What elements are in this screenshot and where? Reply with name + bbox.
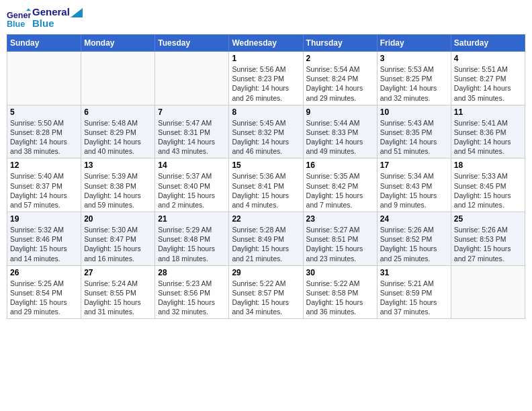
calendar-cell: 3Sunrise: 5:53 AMSunset: 8:25 PMDaylight… <box>377 52 451 105</box>
calendar-cell: 17Sunrise: 5:34 AMSunset: 8:43 PMDayligh… <box>377 158 451 212</box>
calendar-cell: 5Sunrise: 5:50 AMSunset: 8:28 PMDaylight… <box>7 105 81 158</box>
calendar-header-friday: Friday <box>377 35 451 52</box>
day-number: 21 <box>158 214 226 224</box>
day-info: Sunrise: 5:29 AMSunset: 8:48 PMDaylight:… <box>158 225 226 263</box>
calendar-week-row: 19Sunrise: 5:32 AMSunset: 8:46 PMDayligh… <box>7 212 525 266</box>
calendar-week-row: 26Sunrise: 5:25 AMSunset: 8:54 PMDayligh… <box>7 265 525 319</box>
day-number: 23 <box>306 214 374 224</box>
day-info: Sunrise: 5:54 AMSunset: 8:24 PMDaylight:… <box>306 64 374 103</box>
day-number: 6 <box>84 107 152 117</box>
logo-general: General <box>32 7 83 18</box>
calendar-cell <box>155 52 229 105</box>
calendar-cell: 14Sunrise: 5:37 AMSunset: 8:40 PMDayligh… <box>155 158 229 212</box>
logo: General Blue General Blue <box>7 7 83 29</box>
day-number: 11 <box>454 107 522 117</box>
day-number: 17 <box>380 161 448 170</box>
day-number: 31 <box>380 268 448 277</box>
calendar-cell: 7Sunrise: 5:47 AMSunset: 8:31 PMDaylight… <box>155 105 229 158</box>
logo-icon: General Blue <box>7 8 31 28</box>
day-number: 27 <box>84 268 152 277</box>
day-info: Sunrise: 5:34 AMSunset: 8:43 PMDaylight:… <box>380 171 448 210</box>
calendar-week-row: 12Sunrise: 5:40 AMSunset: 8:37 PMDayligh… <box>7 158 525 212</box>
calendar-header-monday: Monday <box>81 35 155 52</box>
day-info: Sunrise: 5:21 AMSunset: 8:59 PMDaylight:… <box>380 279 448 317</box>
calendar-cell: 4Sunrise: 5:51 AMSunset: 8:27 PMDaylight… <box>451 52 525 105</box>
day-number: 4 <box>454 54 522 63</box>
calendar-cell: 27Sunrise: 5:24 AMSunset: 8:55 PMDayligh… <box>81 265 155 319</box>
day-number: 14 <box>158 161 226 170</box>
calendar-cell: 20Sunrise: 5:30 AMSunset: 8:47 PMDayligh… <box>81 212 155 266</box>
calendar-cell <box>451 265 525 319</box>
day-info: Sunrise: 5:26 AMSunset: 8:52 PMDaylight:… <box>380 225 448 263</box>
day-number: 28 <box>158 268 226 277</box>
calendar-header-row: SundayMondayTuesdayWednesdayThursdayFrid… <box>7 35 525 52</box>
day-number: 26 <box>10 268 78 277</box>
calendar-cell: 11Sunrise: 5:41 AMSunset: 8:36 PMDayligh… <box>451 105 525 158</box>
day-info: Sunrise: 5:45 AMSunset: 8:32 PMDaylight:… <box>232 118 300 156</box>
calendar-table: SundayMondayTuesdayWednesdayThursdayFrid… <box>7 34 525 319</box>
day-number: 5 <box>10 107 78 117</box>
day-number: 30 <box>306 268 374 277</box>
day-number: 20 <box>84 214 152 224</box>
svg-text:Blue: Blue <box>7 19 25 28</box>
day-number: 16 <box>306 161 374 170</box>
calendar-cell: 21Sunrise: 5:29 AMSunset: 8:48 PMDayligh… <box>155 212 229 266</box>
calendar-cell: 25Sunrise: 5:26 AMSunset: 8:53 PMDayligh… <box>451 212 525 266</box>
calendar-week-row: 1Sunrise: 5:56 AMSunset: 8:23 PMDaylight… <box>7 52 525 105</box>
day-info: Sunrise: 5:39 AMSunset: 8:38 PMDaylight:… <box>84 171 152 210</box>
day-info: Sunrise: 5:43 AMSunset: 8:35 PMDaylight:… <box>380 118 448 156</box>
calendar-cell: 8Sunrise: 5:45 AMSunset: 8:32 PMDaylight… <box>229 105 303 158</box>
day-info: Sunrise: 5:25 AMSunset: 8:54 PMDaylight:… <box>10 279 78 317</box>
calendar-cell: 16Sunrise: 5:35 AMSunset: 8:42 PMDayligh… <box>303 158 377 212</box>
calendar-cell: 9Sunrise: 5:44 AMSunset: 8:33 PMDaylight… <box>303 105 377 158</box>
calendar-header-sunday: Sunday <box>7 35 81 52</box>
day-info: Sunrise: 5:51 AMSunset: 8:27 PMDaylight:… <box>454 64 522 103</box>
day-number: 8 <box>232 107 300 117</box>
day-info: Sunrise: 5:37 AMSunset: 8:40 PMDaylight:… <box>158 171 226 210</box>
day-info: Sunrise: 5:22 AMSunset: 8:57 PMDaylight:… <box>232 279 300 317</box>
calendar-cell <box>7 52 81 105</box>
calendar-cell: 12Sunrise: 5:40 AMSunset: 8:37 PMDayligh… <box>7 158 81 212</box>
day-info: Sunrise: 5:27 AMSunset: 8:51 PMDaylight:… <box>306 225 374 263</box>
calendar-cell: 2Sunrise: 5:54 AMSunset: 8:24 PMDaylight… <box>303 52 377 105</box>
day-number: 1 <box>232 54 300 63</box>
day-info: Sunrise: 5:33 AMSunset: 8:45 PMDaylight:… <box>454 171 522 210</box>
calendar-cell: 19Sunrise: 5:32 AMSunset: 8:46 PMDayligh… <box>7 212 81 266</box>
day-number: 10 <box>380 107 448 117</box>
calendar-header-tuesday: Tuesday <box>155 35 229 52</box>
day-info: Sunrise: 5:47 AMSunset: 8:31 PMDaylight:… <box>158 118 226 156</box>
day-number: 25 <box>454 214 522 224</box>
day-info: Sunrise: 5:23 AMSunset: 8:56 PMDaylight:… <box>158 279 226 317</box>
day-number: 29 <box>232 268 300 277</box>
day-info: Sunrise: 5:28 AMSunset: 8:49 PMDaylight:… <box>232 225 300 263</box>
calendar-week-row: 5Sunrise: 5:50 AMSunset: 8:28 PMDaylight… <box>7 105 525 158</box>
calendar-cell: 18Sunrise: 5:33 AMSunset: 8:45 PMDayligh… <box>451 158 525 212</box>
calendar-cell <box>81 52 155 105</box>
day-info: Sunrise: 5:41 AMSunset: 8:36 PMDaylight:… <box>454 118 522 156</box>
day-number: 22 <box>232 214 300 224</box>
svg-marker-2 <box>26 8 31 11</box>
calendar-cell: 1Sunrise: 5:56 AMSunset: 8:23 PMDaylight… <box>229 52 303 105</box>
calendar-header-thursday: Thursday <box>303 35 377 52</box>
day-number: 9 <box>306 107 374 117</box>
calendar-header-saturday: Saturday <box>451 35 525 52</box>
day-number: 12 <box>10 161 78 170</box>
day-number: 15 <box>232 161 300 170</box>
calendar-cell: 31Sunrise: 5:21 AMSunset: 8:59 PMDayligh… <box>377 265 451 319</box>
calendar-header-wednesday: Wednesday <box>229 35 303 52</box>
calendar-cell: 10Sunrise: 5:43 AMSunset: 8:35 PMDayligh… <box>377 105 451 158</box>
day-info: Sunrise: 5:26 AMSunset: 8:53 PMDaylight:… <box>454 225 522 263</box>
day-info: Sunrise: 5:40 AMSunset: 8:37 PMDaylight:… <box>10 171 78 210</box>
day-number: 3 <box>380 54 448 63</box>
day-info: Sunrise: 5:30 AMSunset: 8:47 PMDaylight:… <box>84 225 152 263</box>
calendar-cell: 22Sunrise: 5:28 AMSunset: 8:49 PMDayligh… <box>229 212 303 266</box>
day-info: Sunrise: 5:36 AMSunset: 8:41 PMDaylight:… <box>232 171 300 210</box>
calendar-cell: 6Sunrise: 5:48 AMSunset: 8:29 PMDaylight… <box>81 105 155 158</box>
day-number: 19 <box>10 214 78 224</box>
calendar-cell: 24Sunrise: 5:26 AMSunset: 8:52 PMDayligh… <box>377 212 451 266</box>
calendar-cell: 30Sunrise: 5:22 AMSunset: 8:58 PMDayligh… <box>303 265 377 319</box>
day-number: 24 <box>380 214 448 224</box>
page-header: General Blue General Blue <box>7 7 525 29</box>
day-info: Sunrise: 5:32 AMSunset: 8:46 PMDaylight:… <box>10 225 78 263</box>
calendar-cell: 26Sunrise: 5:25 AMSunset: 8:54 PMDayligh… <box>7 265 81 319</box>
